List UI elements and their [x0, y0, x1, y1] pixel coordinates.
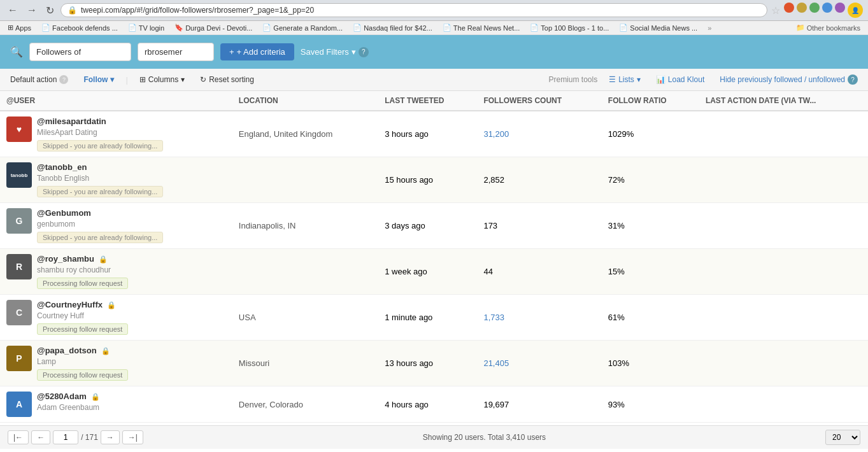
- load-klout-button[interactable]: 📊 Load Klout: [652, 73, 708, 86]
- lists-button[interactable]: ☰ Lists ▾: [605, 73, 644, 86]
- saved-filters-label: Saved Filters: [301, 47, 349, 57]
- hide-help-icon[interactable]: ?: [848, 74, 858, 85]
- table-row[interactable]: tanobb@tanobb_enTanobb EnglishSkipped - …: [0, 157, 868, 203]
- forward-button[interactable]: →: [24, 3, 39, 17]
- follow-label: Follow: [83, 75, 108, 84]
- chart-icon: 📊: [656, 75, 665, 84]
- status-badge-0: Skipped - you are already following...: [37, 140, 163, 152]
- first-page-button[interactable]: |←: [8, 430, 29, 444]
- browser-btn-blue[interactable]: [822, 3, 832, 13]
- private-icon-4: 🔒: [105, 301, 116, 309]
- followers-count-cell-1: 2,852: [477, 157, 601, 203]
- bookmark-durga-label: Durga Devi - Devoti...: [185, 24, 252, 32]
- add-criteria-button[interactable]: + + Add criteria: [220, 43, 294, 60]
- table-row[interactable]: R@roy_shambu 🔒shambu roy choudhurProcess…: [0, 249, 868, 295]
- bookmark-socialmedia[interactable]: 📄 Social Media News ...: [616, 23, 700, 32]
- criterion-label-input[interactable]: [29, 43, 131, 61]
- lists-label: Lists: [618, 75, 634, 84]
- next-page-button[interactable]: →: [101, 430, 120, 444]
- browser-btn-red[interactable]: [784, 3, 794, 13]
- url-input[interactable]: [81, 6, 760, 15]
- bookmark-icon-5: 📄: [353, 24, 362, 32]
- browser-btn-purple[interactable]: [835, 3, 845, 13]
- followers-count-cell-3: 44: [477, 249, 601, 295]
- prev-page-button[interactable]: ←: [31, 430, 50, 444]
- lists-dropdown-icon: ▾: [637, 75, 641, 84]
- followers-count-cell-4[interactable]: 1,733: [477, 295, 601, 341]
- per-page-select[interactable]: 20 50 100: [825, 430, 860, 445]
- help-icon[interactable]: ?: [359, 47, 369, 57]
- last-tweeted-cell-1: 15 hours ago: [378, 157, 477, 203]
- table-row[interactable]: A@5280Adam 🔒Adam GreenbaumDenver, Colora…: [0, 386, 868, 423]
- last-tweeted-cell-5: 13 hours ago: [378, 341, 477, 386]
- other-bookmarks[interactable]: 📁 Other bookmarks: [793, 23, 863, 32]
- criterion-value-input[interactable]: [138, 43, 214, 61]
- table-row[interactable]: C@CourtneyHuffx 🔒Courtney HuffProcessing…: [0, 295, 868, 341]
- location-cell-1: [232, 157, 378, 203]
- user-handle-4[interactable]: @CourtneyHuffx 🔒: [37, 300, 128, 309]
- last-tweeted-cell-6: 4 hours ago: [378, 386, 477, 423]
- last-tweeted-cell-0: 3 hours ago: [378, 111, 477, 157]
- user-handle-2[interactable]: @Genbumom: [37, 208, 163, 218]
- user-handle-5[interactable]: @papa_dotson 🔒: [37, 346, 128, 355]
- columns-button[interactable]: ⊞ Columns ▾: [136, 73, 189, 86]
- footer: |← ← / 171 → →| Showing 20 users. Total …: [0, 425, 868, 449]
- user-cell-5: P@papa_dotson 🔒LampProcessing follow req…: [0, 341, 232, 386]
- last-action-cell-3: [699, 249, 868, 295]
- user-name-5: Lamp: [37, 357, 128, 366]
- browser-btn-green[interactable]: [809, 3, 820, 13]
- table-row[interactable]: ♥@milesapartdatinMilesApart DatingSkippe…: [0, 111, 868, 157]
- bookmark-socialmedia-label: Social Media News ...: [630, 24, 697, 32]
- follow-ratio-cell-1: 72%: [602, 157, 699, 203]
- user-handle-0[interactable]: @milesapartdatin: [37, 117, 163, 126]
- bookmark-top100[interactable]: 📄 Top 100 Blogs - 1 to...: [527, 23, 611, 32]
- user-cell-4: C@CourtneyHuffx 🔒Courtney HuffProcessing…: [0, 295, 232, 341]
- saved-filters-button[interactable]: Saved Filters ▾ ?: [301, 47, 369, 57]
- showing-text: Showing 20 users. Total 3,410 users: [423, 433, 546, 442]
- follow-ratio-cell-3: 15%: [602, 249, 699, 295]
- bookmark-apps[interactable]: ⊞ Apps: [5, 23, 34, 32]
- bookmark-nasdaq[interactable]: 📄 Nasdaq filed for $42...: [350, 23, 435, 32]
- user-handle-3[interactable]: @roy_shambu 🔒: [37, 254, 128, 264]
- browser-window-controls: 👤: [784, 3, 863, 18]
- bookmark-durga[interactable]: 🔖 Durga Devi - Devoti...: [172, 23, 255, 32]
- reset-sorting-button[interactable]: ↻ Reset sorting: [196, 73, 258, 86]
- user-cell-6: A@5280Adam 🔒Adam Greenbaum: [0, 386, 232, 423]
- back-button[interactable]: ←: [5, 3, 20, 17]
- avatar-5: P: [6, 346, 32, 371]
- profile-button[interactable]: 👤: [848, 3, 863, 18]
- col-location: LOCATION: [232, 91, 378, 111]
- reload-button[interactable]: ↻: [43, 3, 57, 18]
- follow-ratio-cell-6: 93%: [602, 386, 699, 423]
- status-badge-3: Processing follow request: [37, 278, 128, 289]
- bookmark-facebook[interactable]: 📄 Facebook defends ...: [39, 23, 120, 32]
- last-page-button[interactable]: →|: [122, 430, 143, 444]
- last-tweeted-cell-3: 1 week ago: [378, 249, 477, 295]
- bookmark-generate[interactable]: 📄 Generate a Random...: [260, 23, 345, 32]
- user-handle-1[interactable]: @tanobb_en: [37, 162, 163, 172]
- bookmark-icon-3: 🔖: [174, 24, 183, 32]
- pagination: |← ← / 171 → →|: [8, 430, 143, 444]
- page-number-input[interactable]: [53, 430, 78, 444]
- avatar-0: ♥: [6, 117, 32, 142]
- data-table: @USER LOCATION LAST TWEETED FOLLOWERS CO…: [0, 91, 868, 425]
- default-action-button[interactable]: Default action ?: [6, 73, 72, 86]
- follow-ratio-cell-0: 1029%: [602, 111, 699, 157]
- bookmark-realnews[interactable]: 📄 The Real News Net...: [440, 23, 523, 32]
- follow-button[interactable]: Follow ▾: [80, 73, 118, 86]
- hide-followed-button[interactable]: Hide previously followed / unfollowed ?: [716, 73, 862, 87]
- bookmark-tv-login[interactable]: 📄 TV login: [125, 23, 167, 32]
- browser-btn-orange[interactable]: [797, 3, 807, 13]
- app-container: 🔍 + + Add criteria Saved Filters ▾ ? Def…: [0, 35, 868, 449]
- table-row[interactable]: G@GenbumomgenbumomSkipped - you are alre…: [0, 203, 868, 249]
- last-tweeted-cell-4: 1 minute ago: [378, 295, 477, 341]
- followers-count-cell-0[interactable]: 31,200: [477, 111, 601, 157]
- table-row[interactable]: P@papa_dotson 🔒LampProcessing follow req…: [0, 341, 868, 386]
- user-handle-6[interactable]: @5280Adam 🔒: [37, 392, 100, 401]
- status-badge-2: Skipped - you are already following...: [37, 232, 163, 243]
- bookmark-star-button[interactable]: ☆: [771, 4, 780, 17]
- col-last-action: LAST ACTION DATE (VIA TW...: [699, 91, 868, 111]
- location-cell-4: USA: [232, 295, 378, 341]
- followers-count-cell-5[interactable]: 21,405: [477, 341, 601, 386]
- follow-ratio-cell-5: 103%: [602, 341, 699, 386]
